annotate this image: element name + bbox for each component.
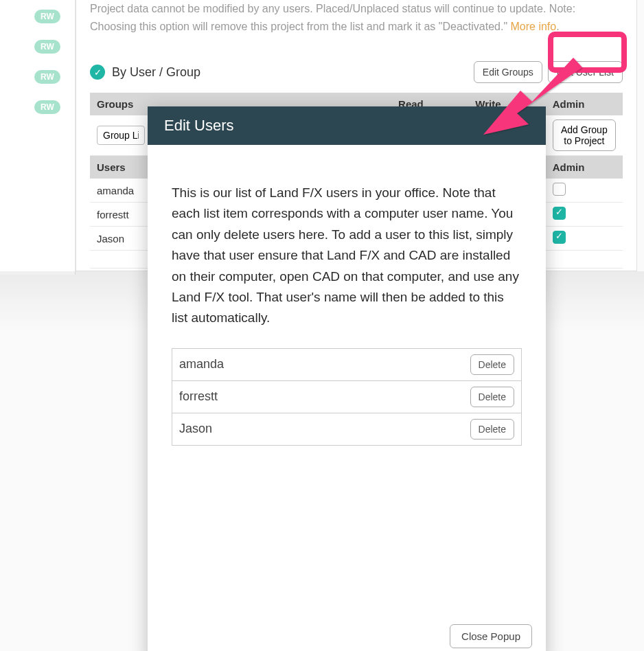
note-text: Project data cannot be modified by any u…: [90, 0, 623, 35]
more-info-link[interactable]: More info: [511, 21, 557, 32]
edit-users-modal: Edit Users This is our list of Land F/X …: [148, 106, 546, 651]
period: .: [556, 21, 559, 32]
check-circle-icon: ✓: [90, 65, 105, 80]
note-line2: Choosing this option will remove this pr…: [90, 21, 511, 32]
delete-user-button[interactable]: Delete: [470, 354, 514, 375]
admin-checkbox[interactable]: [553, 183, 566, 196]
section-title: By User / Group: [112, 65, 200, 80]
modal-user-list: amanda Delete forrestt Delete Jason Dele…: [172, 348, 522, 446]
close-popup-button[interactable]: Close Popup: [450, 624, 532, 648]
left-sidebar: RW RW RW RW: [0, 0, 76, 275]
section-header: ✓ By User / Group Edit Groups Edit User …: [90, 61, 623, 83]
rw-badge: RW: [34, 40, 60, 54]
modal-footer: Close Popup: [148, 624, 546, 651]
modal-user-row: amanda Delete: [172, 349, 521, 381]
admin-checkbox[interactable]: [553, 207, 566, 220]
modal-user-name: forrestt: [179, 389, 218, 404]
delete-user-button[interactable]: Delete: [470, 419, 514, 439]
modal-user-name: amanda: [179, 357, 224, 372]
col-admin: Admin: [546, 93, 623, 115]
modal-intro-text: This is our list of Land F/X users in yo…: [172, 183, 522, 329]
edit-groups-button[interactable]: Edit Groups: [474, 61, 542, 83]
modal-user-row: forrestt Delete: [172, 381, 521, 413]
rw-badge: RW: [34, 10, 60, 23]
modal-body: This is our list of Land F/X users in yo…: [148, 145, 546, 459]
note-line1: Project data cannot be modified by any u…: [90, 3, 575, 14]
rw-badge: RW: [34, 70, 60, 84]
group-list-input[interactable]: [97, 126, 145, 145]
section-title-wrap: ✓ By User / Group: [90, 65, 200, 80]
edit-user-list-button[interactable]: Edit User List: [548, 61, 623, 83]
rw-badge: RW: [34, 100, 60, 114]
col-admin-users: Admin: [546, 156, 623, 179]
modal-title: Edit Users: [148, 106, 546, 145]
modal-user-row: Jason Delete: [172, 413, 521, 445]
modal-user-name: Jason: [179, 422, 212, 436]
delete-user-button[interactable]: Delete: [470, 387, 514, 407]
add-group-button[interactable]: Add Group to Project: [553, 119, 616, 151]
admin-checkbox[interactable]: [553, 231, 566, 244]
